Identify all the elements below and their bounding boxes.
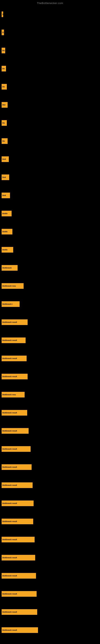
result-bar: Bot: [1, 102, 8, 108]
bar-row: Bottleneck result: [1, 518, 100, 524]
bar-row: Bottleneck result: [1, 446, 100, 452]
result-bar: Bottleneck r: [1, 301, 20, 307]
result-bar: Bottleneck result: [1, 410, 27, 416]
bar-row: B: [1, 12, 100, 17]
result-bar: Bottleneck result: [1, 374, 28, 379]
result-bar: Bottleneck resu: [1, 392, 25, 398]
bar-row: Bottleneck r: [1, 301, 100, 307]
bar-row: Bottleneck resu: [1, 283, 100, 289]
bar-row: Bott: [1, 174, 100, 180]
bar-row: Bottle: [1, 247, 100, 252]
result-bar: Bottleneck result: [1, 627, 38, 633]
bar-row: Bottleneck result: [1, 627, 100, 633]
result-bar: Bo: [1, 84, 7, 90]
result-bar: B: [1, 30, 4, 35]
bar-row: Bottleneck result: [1, 537, 100, 542]
bar-row: Bottleneck result: [1, 410, 100, 416]
result-bar: Bott: [1, 156, 9, 162]
bar-row: Bottleneck result: [1, 428, 100, 434]
result-bar: Bottleneck result: [1, 518, 33, 524]
bar-row: Bottleneck result: [1, 356, 100, 361]
bar-row: Bo: [1, 138, 100, 144]
result-bar: Bottleneck result: [1, 537, 35, 542]
bar-row: Bo: [1, 48, 100, 53]
result-bar: Bottleneck result: [1, 609, 37, 615]
result-bar: Bottleneck result: [1, 320, 28, 325]
bar-row: Bo: [1, 84, 100, 90]
bar-row: Bot: [1, 102, 100, 108]
bar-row: Bottleneck result: [1, 573, 100, 578]
bar-row: Bottleneck result: [1, 591, 100, 597]
result-bar: B: [1, 12, 3, 17]
bar-row: Bottleneck result: [1, 609, 100, 615]
bar-row: Bottleneck result: [1, 374, 100, 379]
result-bar: Bottle: [1, 229, 12, 234]
bar-row: Bo: [1, 120, 100, 126]
result-bar: Bottleneck resu: [1, 283, 24, 289]
bar-row: Bottleneck resu: [1, 392, 100, 398]
bar-row: Bottleneck result: [1, 338, 100, 343]
bar-row: Bottleneck: [1, 265, 100, 271]
bar-row: Bottleneck result: [1, 500, 100, 506]
bar-row: Bottleneck result: [1, 464, 100, 470]
site-title: TheBottlenecker.com: [0, 0, 100, 6]
result-bar: Bo: [1, 66, 6, 72]
result-bar: Bottleneck: [1, 265, 18, 271]
result-bar: Bottleneck result: [1, 338, 26, 343]
result-bar: Bottleneck result: [1, 500, 34, 506]
result-bar: Bottleneck result: [1, 464, 32, 470]
bars-container: BBBoBoBoBotBoBoBottBottBottBottleBottleB…: [0, 6, 100, 644]
result-bar: Bo: [1, 48, 5, 53]
result-bar: Bottleneck result: [1, 555, 35, 560]
result-bar: Bottleneck result: [1, 428, 29, 434]
result-bar: Bottleneck result: [1, 573, 36, 578]
result-bar: Bottleneck result: [1, 482, 33, 488]
bar-row: B: [1, 30, 100, 35]
result-bar: Bottleneck result: [1, 356, 27, 361]
result-bar: Bottleneck result: [1, 446, 31, 452]
bar-row: Bottleneck result: [1, 482, 100, 488]
bar-row: Bottle: [1, 211, 100, 216]
result-bar: Bott: [1, 174, 9, 180]
result-bar: Bo: [1, 120, 7, 126]
result-bar: Bottleneck result: [1, 591, 37, 597]
bar-row: Bott: [1, 156, 100, 162]
bar-row: Bottleneck result: [1, 555, 100, 560]
bar-row: Bo: [1, 66, 100, 72]
bar-row: Bott: [1, 192, 100, 198]
result-bar: Bott: [1, 192, 10, 198]
result-bar: Bo: [1, 138, 8, 144]
result-bar: Bottle: [1, 211, 12, 216]
bar-row: Bottleneck result: [1, 320, 100, 325]
result-bar: Bottle: [1, 247, 13, 252]
bar-row: Bottle: [1, 229, 100, 234]
